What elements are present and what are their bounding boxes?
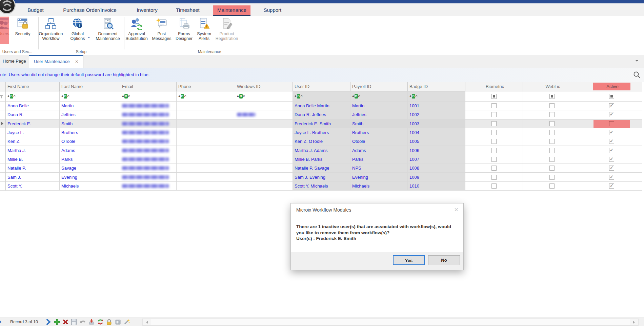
cell[interactable]: 1004 bbox=[408, 128, 465, 137]
checkbox[interactable] bbox=[549, 112, 555, 117]
cell[interactable] bbox=[235, 137, 293, 146]
checkbox[interactable] bbox=[609, 112, 614, 117]
print-icon[interactable] bbox=[115, 319, 121, 325]
ribbon-tab-support[interactable]: Support bbox=[260, 5, 286, 15]
cell[interactable] bbox=[235, 119, 293, 128]
cell[interactable]: Brothers bbox=[60, 128, 120, 137]
cell[interactable]: Ken Z. OToole bbox=[293, 137, 350, 146]
cell[interactable]: 1008 bbox=[408, 164, 465, 173]
checkbox[interactable] bbox=[491, 130, 497, 135]
cell[interactable] bbox=[177, 164, 235, 173]
cell[interactable]: Joyce L. bbox=[6, 128, 60, 137]
column-header-email[interactable]: Email bbox=[120, 82, 177, 91]
cell[interactable] bbox=[120, 173, 177, 181]
cell[interactable]: Natalie P. Savage bbox=[293, 164, 350, 173]
system-alerts-button[interactable]: ! System Alerts bbox=[195, 18, 214, 41]
cell[interactable] bbox=[120, 128, 177, 137]
checkbox[interactable] bbox=[609, 148, 614, 153]
cell[interactable] bbox=[235, 128, 293, 137]
cell[interactable]: 1009 bbox=[408, 173, 465, 181]
checkbox[interactable] bbox=[549, 175, 555, 180]
cell[interactable] bbox=[177, 182, 235, 191]
cell[interactable]: Savage bbox=[60, 164, 120, 173]
column-header-phone[interactable]: Phone bbox=[177, 82, 235, 91]
checkbox[interactable] bbox=[609, 166, 614, 171]
cell[interactable] bbox=[120, 182, 177, 191]
checkbox[interactable] bbox=[549, 183, 555, 189]
cell[interactable] bbox=[177, 119, 235, 128]
cell[interactable]: Sam J. Evening bbox=[293, 173, 350, 181]
cell[interactable] bbox=[581, 164, 642, 173]
cell[interactable] bbox=[177, 128, 235, 137]
filter-cell-last-name[interactable]: ABC bbox=[60, 91, 120, 102]
cell[interactable] bbox=[235, 110, 293, 119]
cell[interactable] bbox=[120, 155, 177, 164]
filter-cell-windows-id[interactable]: ABC bbox=[235, 91, 293, 102]
wizard-icon[interactable] bbox=[123, 319, 130, 325]
cell[interactable]: Michaels bbox=[60, 182, 120, 191]
ribbon-tab-maintenance[interactable]: Maintenance bbox=[213, 5, 250, 16]
cell[interactable] bbox=[581, 155, 642, 164]
checkbox[interactable] bbox=[609, 103, 614, 108]
cell[interactable] bbox=[523, 155, 581, 164]
cell[interactable]: Adams bbox=[60, 146, 120, 155]
close-icon[interactable]: ✕ bbox=[454, 207, 459, 213]
global-options-button[interactable]: i Global Options bbox=[64, 18, 91, 41]
checkbox[interactable] bbox=[549, 121, 555, 126]
cell[interactable] bbox=[465, 110, 523, 119]
checkbox[interactable] bbox=[549, 94, 555, 99]
cell[interactable]: Evening bbox=[350, 173, 408, 181]
cell[interactable]: 1005 bbox=[408, 137, 465, 146]
cell[interactable] bbox=[523, 173, 581, 181]
cell[interactable]: Brothers bbox=[350, 128, 408, 137]
cell[interactable]: 1010 bbox=[408, 182, 465, 191]
checkbox[interactable] bbox=[491, 103, 497, 108]
cell[interactable]: Ken Z. bbox=[6, 137, 60, 146]
cell[interactable] bbox=[177, 155, 235, 164]
cell[interactable]: Anna Belle bbox=[6, 102, 60, 110]
yes-button[interactable]: Yes bbox=[393, 255, 425, 265]
column-header-last-name[interactable]: Last Name bbox=[60, 82, 120, 91]
cell[interactable] bbox=[581, 110, 642, 119]
save-icon[interactable] bbox=[71, 319, 77, 325]
cell[interactable]: Jeffries bbox=[350, 110, 408, 119]
cell[interactable] bbox=[465, 102, 523, 110]
cell[interactable] bbox=[465, 155, 523, 164]
cell[interactable] bbox=[465, 173, 523, 181]
checkbox[interactable] bbox=[609, 183, 614, 189]
search-icon[interactable] bbox=[633, 71, 641, 79]
column-header-windows-id[interactable]: Windows ID bbox=[235, 82, 293, 91]
filter-cell-first-name[interactable]: ABC bbox=[6, 91, 60, 102]
cell[interactable]: Martin bbox=[350, 102, 408, 110]
cell[interactable]: Joyce L. Brothers bbox=[293, 128, 350, 137]
column-header-weblic[interactable]: WebLic bbox=[523, 82, 581, 91]
cell[interactable] bbox=[120, 110, 177, 119]
table-row[interactable]: Millie B.ParksMillie B. ParksParks1007 bbox=[0, 155, 642, 164]
cell[interactable] bbox=[177, 110, 235, 119]
cell[interactable] bbox=[581, 173, 642, 181]
cell[interactable] bbox=[465, 182, 523, 191]
cell[interactable]: Natalie P. bbox=[6, 164, 60, 173]
cell[interactable]: Martha J. Adams bbox=[293, 146, 350, 155]
filter-cell-active[interactable] bbox=[581, 91, 642, 102]
cell[interactable]: OToole bbox=[60, 137, 120, 146]
ribbon-tab-purchase-order-invoice[interactable]: Purchase Order/Invoice bbox=[59, 5, 121, 15]
checkbox[interactable] bbox=[549, 166, 555, 171]
table-row[interactable]: Dana R.JeffriesDana R. JeffriesJeffries1… bbox=[0, 110, 642, 119]
cell[interactable]: 1007 bbox=[408, 155, 465, 164]
cell[interactable] bbox=[523, 146, 581, 155]
filter-cell-badge-id[interactable]: ABC bbox=[408, 91, 465, 102]
cell[interactable] bbox=[120, 164, 177, 173]
cell[interactable] bbox=[523, 137, 581, 146]
cell[interactable]: Martha J. bbox=[6, 146, 60, 155]
nav-first-icon[interactable]: « bbox=[0, 318, 1, 325]
filter-cell-phone[interactable]: ABC bbox=[177, 91, 235, 102]
cell[interactable] bbox=[120, 119, 177, 128]
cell[interactable] bbox=[120, 146, 177, 155]
cell[interactable]: Millie B. bbox=[6, 155, 60, 164]
no-button[interactable]: No bbox=[428, 255, 460, 265]
cell[interactable] bbox=[581, 119, 642, 128]
checkbox[interactable] bbox=[609, 130, 614, 135]
cell[interactable] bbox=[523, 164, 581, 173]
cell[interactable] bbox=[177, 173, 235, 181]
